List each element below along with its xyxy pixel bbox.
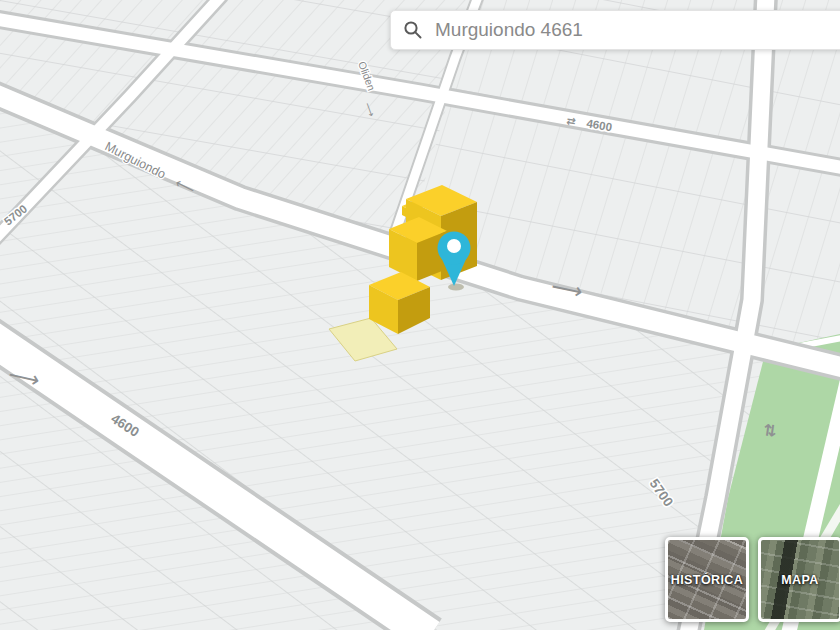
two-way-icon-right: ⇄ <box>760 422 781 438</box>
search-input[interactable] <box>433 18 840 42</box>
layer-thumbnail-mapa[interactable]: MAPA <box>758 537 840 622</box>
layer-thumbnail-historica-label: HISTÓRICA <box>671 573 743 587</box>
search-bar[interactable] <box>390 10 840 50</box>
search-icon <box>403 20 423 40</box>
map-viewport[interactable]: Murguiondo ⟵ Oliden ⟶ 5700 ⇄ 4600 ⟶ ⟶ 46… <box>0 0 840 630</box>
layer-thumbnail-mapa-label: MAPA <box>781 573 818 587</box>
layer-thumbnail-historica[interactable]: HISTÓRICA <box>665 537 749 622</box>
map-canvas[interactable]: Murguiondo ⟵ Oliden ⟶ 5700 ⇄ 4600 ⟶ ⟶ 46… <box>0 0 840 630</box>
